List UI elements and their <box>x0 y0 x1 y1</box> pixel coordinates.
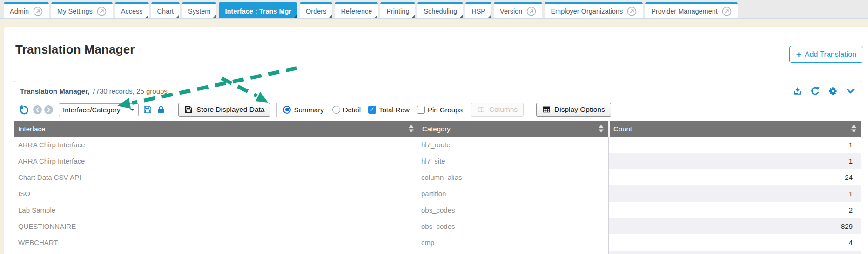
tab-reference[interactable]: Reference <box>335 2 378 18</box>
tab-hsp[interactable]: HSP <box>465 2 491 18</box>
tab-my-settings[interactable]: My Settings <box>51 2 113 18</box>
tab-label: Reference <box>341 7 372 15</box>
panel-record-count: 7730 records, 25 groups <box>92 87 168 95</box>
cell-interface: ISO <box>14 185 418 202</box>
cell-category: obs_codes <box>418 202 608 218</box>
submenu-indicator-icon <box>412 15 415 18</box>
cell-category: column_alias <box>418 169 608 185</box>
table-row[interactable]: Chart Data CSV API column_alias 24 <box>14 169 861 185</box>
cell-count: 4 <box>608 234 861 251</box>
store-displayed-data-button[interactable]: Store Displayed Data <box>178 103 270 117</box>
gear-icon[interactable] <box>828 86 838 96</box>
grid-panel: Translation Manager, 7730 records, 25 gr… <box>14 81 861 254</box>
pin-groups-checkbox[interactable] <box>417 106 425 114</box>
tab-employer-organizations[interactable]: Employer Organizations <box>545 2 643 18</box>
undo-icon[interactable] <box>18 104 29 115</box>
column-header-count[interactable]: Count <box>608 121 861 137</box>
tab-scheduling[interactable]: Scheduling <box>417 2 463 18</box>
submenu-indicator-icon <box>488 15 491 18</box>
table-grid-icon <box>542 105 551 114</box>
tab-label: Employer Organizations <box>551 7 623 15</box>
toolbar-separator <box>276 103 277 117</box>
columns-button: Columns <box>471 103 524 117</box>
table-row[interactable]: ARRA Chirp Interface hl7_route 1 <box>14 137 861 153</box>
tab-interface-trans-mgr[interactable]: Interface : Trans Mgr <box>219 2 297 18</box>
cell-category: partition <box>418 185 608 202</box>
view-dropdown-value: Interface/Category <box>63 106 128 114</box>
cell-count: 2 <box>608 202 861 218</box>
add-translation-label: Add Translation <box>805 50 856 59</box>
toolbar-separator <box>530 103 530 117</box>
tab-provider-management[interactable]: Provider Management <box>645 2 738 18</box>
cell-interface: ARRA Chirp Interface <box>14 153 418 169</box>
column-header-interface[interactable]: Interface <box>14 121 418 137</box>
detail-radio-option[interactable]: Detail <box>332 106 361 114</box>
download-icon[interactable] <box>793 86 802 96</box>
table-row[interactable]: ISO partition 1 <box>14 185 861 202</box>
tab-version[interactable]: Version <box>494 2 542 18</box>
cell-interface: WEBCHART <box>14 234 418 251</box>
cell-category: hl7_site <box>418 153 608 169</box>
cell-count: 1 <box>608 137 861 153</box>
tab-orders[interactable]: Orders <box>300 2 332 18</box>
tab-label: Admin <box>10 7 29 15</box>
summary-radio[interactable] <box>283 106 291 114</box>
panel-header: Translation Manager, 7730 records, 25 gr… <box>14 81 861 101</box>
column-header-category[interactable]: Category <box>418 121 608 137</box>
plus-icon: + <box>796 50 801 59</box>
cell-interface: Lab Sample <box>14 202 418 218</box>
view-dropdown[interactable]: Interface/Category <box>59 103 139 116</box>
refresh-icon[interactable] <box>810 86 820 96</box>
tab-chart[interactable]: Chart <box>151 2 180 18</box>
table-header: Interface Category Count <box>14 121 861 137</box>
submenu-indicator-icon <box>213 15 216 18</box>
table-row[interactable]: ARRA Chirp Interface hl7_site 1 <box>14 153 861 169</box>
store-displayed-data-label: Store Displayed Data <box>196 105 264 114</box>
tab-printing[interactable]: Printing <box>380 2 415 18</box>
cell-category: hl7_route <box>418 137 608 153</box>
cell-interface: Chart Data CSV API <box>14 169 418 185</box>
submenu-indicator-icon <box>176 15 179 18</box>
page-title: Translation Manager <box>15 42 135 57</box>
sort-icon[interactable] <box>851 124 857 133</box>
summary-radio-option[interactable]: Summary <box>283 106 323 114</box>
cell-interface: ARRA Chirp Interface <box>14 137 418 153</box>
submenu-indicator-icon <box>460 15 463 18</box>
tab-label: Interface : Trans Mgr <box>225 7 291 15</box>
next-view-button[interactable] <box>44 105 53 114</box>
cell-count: 1 <box>608 153 861 169</box>
tab-system[interactable]: System <box>182 2 216 18</box>
lock-icon[interactable] <box>156 105 166 114</box>
tab-access[interactable]: Access <box>115 2 149 18</box>
total-row-label: Total Row <box>379 106 410 114</box>
display-options-button[interactable]: Display Options <box>536 103 611 117</box>
detail-radio[interactable] <box>332 106 340 114</box>
save-view-icon[interactable] <box>143 105 152 114</box>
table-row-partial <box>14 251 861 254</box>
floppy-icon <box>184 105 193 114</box>
tab-label: Printing <box>386 7 409 15</box>
table-row[interactable]: Lab Sample obs_codes 2 <box>14 202 861 218</box>
total-row-option[interactable]: Total Row <box>368 106 410 114</box>
panel-header-icons <box>793 86 855 96</box>
table-row[interactable]: QUESTIONNAIRE obs_codes 829 <box>14 218 861 234</box>
tab-label: HSP <box>471 7 485 15</box>
submenu-indicator-icon <box>329 15 332 18</box>
display-options-label: Display Options <box>554 105 605 114</box>
sort-icon[interactable] <box>598 124 604 133</box>
sort-icon[interactable] <box>408 124 414 133</box>
tab-label: Chart <box>157 7 174 15</box>
cell-count: 24 <box>608 169 861 185</box>
total-row-checkbox[interactable] <box>368 106 376 114</box>
tab-admin[interactable]: Admin <box>4 2 49 18</box>
pin-groups-label: Pin Groups <box>428 106 463 114</box>
pin-groups-option[interactable]: Pin Groups <box>417 106 463 114</box>
add-translation-button[interactable]: + Add Translation <box>789 46 863 63</box>
table-row[interactable]: WEBCHART cmp 4 <box>14 234 861 251</box>
submenu-indicator-icon <box>294 15 297 18</box>
tab-label: My Settings <box>57 7 93 15</box>
prev-view-button[interactable] <box>33 105 42 114</box>
collapse-chevron-icon[interactable] <box>846 86 855 96</box>
table-body: ARRA Chirp Interface hl7_route 1 ARRA Ch… <box>14 137 861 251</box>
columns-icon <box>477 105 485 114</box>
